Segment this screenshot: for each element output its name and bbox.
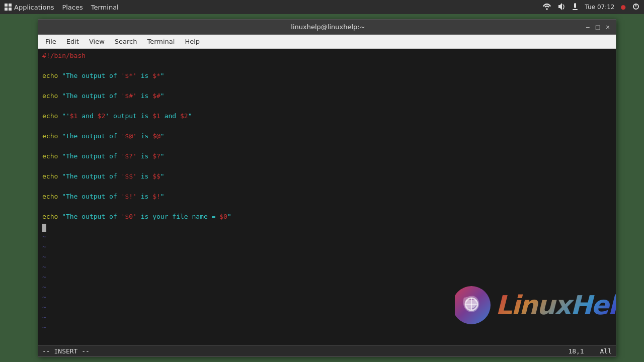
terminal-window: linuxhelp@linuxhelp:~ − □ × File Edit Vi… xyxy=(38,19,616,357)
system-bar: Applications Places Terminal Tue 07:12 ● xyxy=(0,0,644,14)
tilde-7: ~ xyxy=(42,292,612,302)
line-17: echo "The output of '$0' is your file na… xyxy=(42,212,612,222)
places-label: Places xyxy=(62,4,83,11)
audio-icon xyxy=(557,3,565,12)
line-5: echo "The output of '$#' is $#" xyxy=(42,91,612,101)
view-menu[interactable]: View xyxy=(84,36,110,47)
applications-label: Applications xyxy=(14,4,54,11)
places-menu[interactable]: Places xyxy=(62,4,83,11)
network-icon2 xyxy=(571,3,579,12)
tilde-9: ~ xyxy=(42,312,612,322)
search-menu[interactable]: Search xyxy=(110,36,142,47)
line-2 xyxy=(42,61,612,71)
power-icon[interactable] xyxy=(632,3,640,12)
line-9: echo "the output of '$@' is $@" xyxy=(42,131,612,141)
svg-rect-3 xyxy=(9,8,12,11)
line-18 xyxy=(42,222,612,232)
tilde-1: ~ xyxy=(42,232,612,242)
line-1: #!/bin/bash xyxy=(42,51,612,61)
line-15: echo "The output of '$!' is $!" xyxy=(42,192,612,202)
editor-content[interactable]: #!/bin/bash echo "The output of '$*' is … xyxy=(38,49,616,345)
line-6 xyxy=(42,101,612,111)
svg-rect-2 xyxy=(5,8,8,11)
line-13: echo "The output of '$$' is $$" xyxy=(42,171,612,182)
svg-rect-1 xyxy=(9,4,12,7)
tilde-5: ~ xyxy=(42,272,612,282)
line-14 xyxy=(42,182,612,192)
line-16 xyxy=(42,202,612,212)
line-4 xyxy=(42,81,612,91)
line-11: echo "The output of '$?' is $?" xyxy=(42,151,612,161)
file-menu[interactable]: File xyxy=(40,36,61,47)
apps-icon xyxy=(4,3,12,11)
menu-bar: File Edit View Search Terminal Help xyxy=(38,35,616,49)
tilde-4: ~ xyxy=(42,262,612,272)
minimize-button[interactable]: − xyxy=(584,23,592,31)
tilde-8: ~ xyxy=(42,302,612,312)
terminal-label: Terminal xyxy=(91,4,119,11)
line-12 xyxy=(42,161,612,171)
edit-menu[interactable]: Edit xyxy=(61,36,84,47)
tilde-3: ~ xyxy=(42,252,612,262)
applications-menu[interactable]: Applications xyxy=(4,3,54,11)
recording-dot: ● xyxy=(621,4,626,11)
help-menu[interactable]: Help xyxy=(180,36,205,47)
network-icon xyxy=(543,3,551,12)
editor-area[interactable]: #!/bin/bash echo "The output of '$*' is … xyxy=(38,49,616,345)
title-bar: linuxhelp@linuxhelp:~ − □ × xyxy=(38,20,616,35)
maximize-button[interactable]: □ xyxy=(594,23,602,31)
svg-rect-0 xyxy=(5,4,8,7)
terminal-menu-top[interactable]: Terminal xyxy=(91,4,119,11)
clock: Tue 07:12 xyxy=(585,4,615,11)
status-bar: -- INSERT -- 18,1 All xyxy=(38,345,616,356)
svg-point-4 xyxy=(546,8,548,10)
line-3: echo "The output of '$*' is $*" xyxy=(42,71,612,81)
svg-rect-5 xyxy=(574,3,576,8)
tilde-10: ~ xyxy=(42,322,612,332)
terminal-menu[interactable]: Terminal xyxy=(142,36,180,47)
line-7: echo "'$1 and $2' output is $1 and $2" xyxy=(42,111,612,121)
text-cursor xyxy=(42,224,46,232)
tilde-6: ~ xyxy=(42,282,612,292)
tilde-2: ~ xyxy=(42,242,612,252)
window-title: linuxhelp@linuxhelp:~ xyxy=(72,23,584,31)
line-8 xyxy=(42,121,612,131)
close-button[interactable]: × xyxy=(604,23,612,31)
line-10 xyxy=(42,141,612,151)
insert-mode-label: -- INSERT -- xyxy=(42,347,568,355)
svg-rect-6 xyxy=(573,9,578,10)
cursor-position: 18,1 All xyxy=(568,347,612,355)
